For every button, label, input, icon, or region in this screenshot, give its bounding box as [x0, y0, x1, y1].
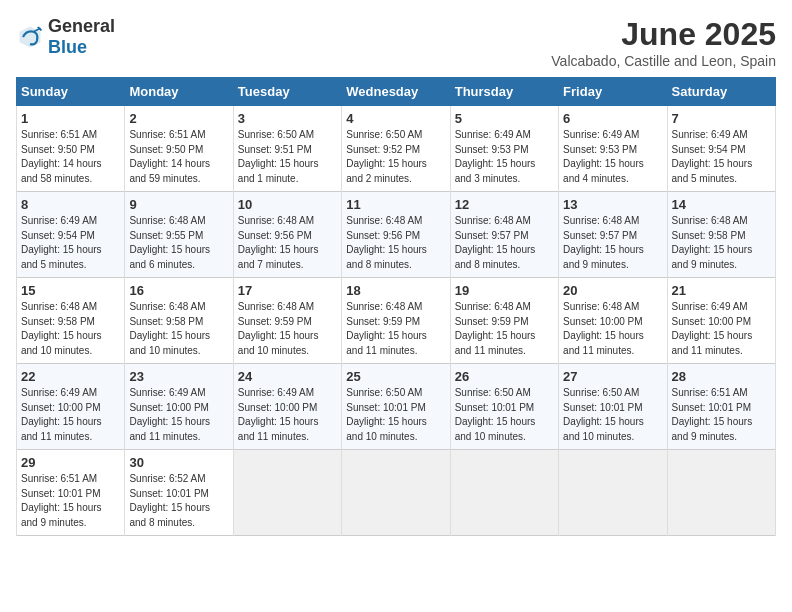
day-number: 4: [346, 111, 445, 126]
day-info: Sunrise: 6:50 AMSunset: 9:52 PMDaylight:…: [346, 128, 445, 186]
day-info: Sunrise: 6:51 AMSunset: 9:50 PMDaylight:…: [129, 128, 228, 186]
header-monday: Monday: [125, 78, 233, 106]
day-number: 16: [129, 283, 228, 298]
day-number: 24: [238, 369, 337, 384]
day-info: Sunrise: 6:49 AMSunset: 9:54 PMDaylight:…: [21, 214, 120, 272]
day-number: 9: [129, 197, 228, 212]
calendar-week-5: 29Sunrise: 6:51 AMSunset: 10:01 PMDaylig…: [17, 450, 776, 536]
calendar-cell: [342, 450, 450, 536]
day-info: Sunrise: 6:49 AMSunset: 9:54 PMDaylight:…: [672, 128, 771, 186]
calendar-cell: 18Sunrise: 6:48 AMSunset: 9:59 PMDayligh…: [342, 278, 450, 364]
day-number: 7: [672, 111, 771, 126]
day-number: 15: [21, 283, 120, 298]
day-number: 22: [21, 369, 120, 384]
month-title: June 2025: [551, 16, 776, 53]
calendar-cell: 16Sunrise: 6:48 AMSunset: 9:58 PMDayligh…: [125, 278, 233, 364]
calendar-cell: 24Sunrise: 6:49 AMSunset: 10:00 PMDaylig…: [233, 364, 341, 450]
title-block: June 2025 Valcabado, Castille and Leon, …: [551, 16, 776, 69]
day-number: 8: [21, 197, 120, 212]
day-info: Sunrise: 6:49 AMSunset: 10:00 PMDaylight…: [672, 300, 771, 358]
day-number: 12: [455, 197, 554, 212]
day-number: 27: [563, 369, 662, 384]
day-number: 19: [455, 283, 554, 298]
day-info: Sunrise: 6:48 AMSunset: 9:59 PMDaylight:…: [346, 300, 445, 358]
calendar-cell: 25Sunrise: 6:50 AMSunset: 10:01 PMDaylig…: [342, 364, 450, 450]
day-info: Sunrise: 6:48 AMSunset: 9:58 PMDaylight:…: [21, 300, 120, 358]
day-info: Sunrise: 6:51 AMSunset: 9:50 PMDaylight:…: [21, 128, 120, 186]
day-number: 10: [238, 197, 337, 212]
day-info: Sunrise: 6:48 AMSunset: 9:58 PMDaylight:…: [672, 214, 771, 272]
logo-text: General Blue: [48, 16, 115, 58]
day-number: 21: [672, 283, 771, 298]
calendar-cell: 15Sunrise: 6:48 AMSunset: 9:58 PMDayligh…: [17, 278, 125, 364]
day-number: 20: [563, 283, 662, 298]
calendar-cell: 10Sunrise: 6:48 AMSunset: 9:56 PMDayligh…: [233, 192, 341, 278]
day-info: Sunrise: 6:49 AMSunset: 10:00 PMDaylight…: [238, 386, 337, 444]
calendar-cell: 26Sunrise: 6:50 AMSunset: 10:01 PMDaylig…: [450, 364, 558, 450]
day-info: Sunrise: 6:48 AMSunset: 9:58 PMDaylight:…: [129, 300, 228, 358]
day-number: 28: [672, 369, 771, 384]
calendar-cell: 22Sunrise: 6:49 AMSunset: 10:00 PMDaylig…: [17, 364, 125, 450]
day-info: Sunrise: 6:48 AMSunset: 9:56 PMDaylight:…: [346, 214, 445, 272]
day-info: Sunrise: 6:50 AMSunset: 9:51 PMDaylight:…: [238, 128, 337, 186]
day-number: 17: [238, 283, 337, 298]
calendar-cell: 30Sunrise: 6:52 AMSunset: 10:01 PMDaylig…: [125, 450, 233, 536]
calendar-cell: 20Sunrise: 6:48 AMSunset: 10:00 PMDaylig…: [559, 278, 667, 364]
header-sunday: Sunday: [17, 78, 125, 106]
logo-general: General: [48, 16, 115, 36]
calendar-cell: 11Sunrise: 6:48 AMSunset: 9:56 PMDayligh…: [342, 192, 450, 278]
day-number: 6: [563, 111, 662, 126]
calendar-week-3: 15Sunrise: 6:48 AMSunset: 9:58 PMDayligh…: [17, 278, 776, 364]
calendar-cell: [559, 450, 667, 536]
day-info: Sunrise: 6:48 AMSunset: 9:56 PMDaylight:…: [238, 214, 337, 272]
calendar-cell: 9Sunrise: 6:48 AMSunset: 9:55 PMDaylight…: [125, 192, 233, 278]
day-number: 3: [238, 111, 337, 126]
calendar-week-1: 1Sunrise: 6:51 AMSunset: 9:50 PMDaylight…: [17, 106, 776, 192]
day-number: 13: [563, 197, 662, 212]
day-info: Sunrise: 6:50 AMSunset: 10:01 PMDaylight…: [563, 386, 662, 444]
calendar-cell: 5Sunrise: 6:49 AMSunset: 9:53 PMDaylight…: [450, 106, 558, 192]
day-info: Sunrise: 6:51 AMSunset: 10:01 PMDaylight…: [21, 472, 120, 530]
calendar-cell: 2Sunrise: 6:51 AMSunset: 9:50 PMDaylight…: [125, 106, 233, 192]
calendar-cell: 14Sunrise: 6:48 AMSunset: 9:58 PMDayligh…: [667, 192, 775, 278]
calendar-header-row: SundayMondayTuesdayWednesdayThursdayFrid…: [17, 78, 776, 106]
calendar-cell: 7Sunrise: 6:49 AMSunset: 9:54 PMDaylight…: [667, 106, 775, 192]
calendar-cell: 23Sunrise: 6:49 AMSunset: 10:00 PMDaylig…: [125, 364, 233, 450]
day-info: Sunrise: 6:48 AMSunset: 9:59 PMDaylight:…: [455, 300, 554, 358]
calendar-cell: [667, 450, 775, 536]
calendar-cell: [450, 450, 558, 536]
day-info: Sunrise: 6:51 AMSunset: 10:01 PMDaylight…: [672, 386, 771, 444]
day-info: Sunrise: 6:48 AMSunset: 9:57 PMDaylight:…: [563, 214, 662, 272]
day-info: Sunrise: 6:49 AMSunset: 10:00 PMDaylight…: [21, 386, 120, 444]
header-friday: Friday: [559, 78, 667, 106]
day-info: Sunrise: 6:48 AMSunset: 10:00 PMDaylight…: [563, 300, 662, 358]
day-info: Sunrise: 6:52 AMSunset: 10:01 PMDaylight…: [129, 472, 228, 530]
day-info: Sunrise: 6:50 AMSunset: 10:01 PMDaylight…: [455, 386, 554, 444]
calendar-cell: 28Sunrise: 6:51 AMSunset: 10:01 PMDaylig…: [667, 364, 775, 450]
day-number: 1: [21, 111, 120, 126]
day-number: 11: [346, 197, 445, 212]
day-info: Sunrise: 6:49 AMSunset: 10:00 PMDaylight…: [129, 386, 228, 444]
day-info: Sunrise: 6:48 AMSunset: 9:55 PMDaylight:…: [129, 214, 228, 272]
calendar-cell: 1Sunrise: 6:51 AMSunset: 9:50 PMDaylight…: [17, 106, 125, 192]
day-info: Sunrise: 6:48 AMSunset: 9:59 PMDaylight:…: [238, 300, 337, 358]
day-number: 2: [129, 111, 228, 126]
day-info: Sunrise: 6:50 AMSunset: 10:01 PMDaylight…: [346, 386, 445, 444]
calendar-cell: 4Sunrise: 6:50 AMSunset: 9:52 PMDaylight…: [342, 106, 450, 192]
calendar-cell: 12Sunrise: 6:48 AMSunset: 9:57 PMDayligh…: [450, 192, 558, 278]
header-thursday: Thursday: [450, 78, 558, 106]
header-tuesday: Tuesday: [233, 78, 341, 106]
logo-blue: Blue: [48, 37, 87, 57]
day-number: 23: [129, 369, 228, 384]
calendar-cell: 21Sunrise: 6:49 AMSunset: 10:00 PMDaylig…: [667, 278, 775, 364]
day-number: 29: [21, 455, 120, 470]
calendar-cell: 17Sunrise: 6:48 AMSunset: 9:59 PMDayligh…: [233, 278, 341, 364]
day-number: 18: [346, 283, 445, 298]
calendar-cell: 27Sunrise: 6:50 AMSunset: 10:01 PMDaylig…: [559, 364, 667, 450]
day-info: Sunrise: 6:49 AMSunset: 9:53 PMDaylight:…: [563, 128, 662, 186]
calendar-cell: 29Sunrise: 6:51 AMSunset: 10:01 PMDaylig…: [17, 450, 125, 536]
calendar-cell: [233, 450, 341, 536]
header-saturday: Saturday: [667, 78, 775, 106]
day-info: Sunrise: 6:49 AMSunset: 9:53 PMDaylight:…: [455, 128, 554, 186]
logo: General Blue: [16, 16, 115, 58]
